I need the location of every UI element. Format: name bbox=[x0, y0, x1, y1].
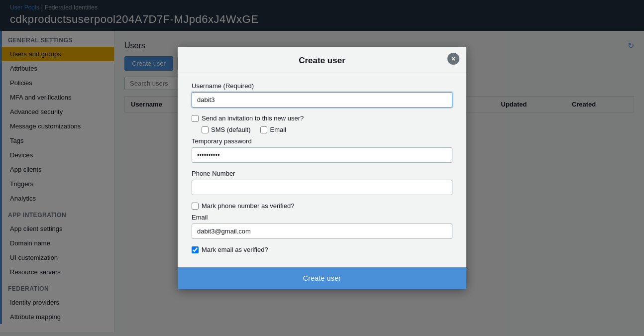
mark-email-verified-row: Mark email as verified? bbox=[192, 246, 452, 253]
modal-header: Create user × bbox=[178, 47, 466, 73]
sms-checkbox[interactable] bbox=[202, 126, 209, 133]
temp-password-input[interactable] bbox=[192, 147, 452, 163]
phone-number-label: Phone Number bbox=[192, 170, 452, 177]
mark-phone-verified-row: Mark phone number as verified? bbox=[192, 202, 452, 210]
modal-body: Username (Required) Send an invitation t… bbox=[178, 73, 466, 267]
modal-close-button[interactable]: × bbox=[447, 53, 459, 65]
username-input[interactable] bbox=[192, 92, 452, 108]
temp-password-label: Temporary password bbox=[192, 137, 452, 145]
phone-number-input[interactable] bbox=[192, 180, 452, 195]
mark-email-verified-checkbox[interactable] bbox=[192, 246, 199, 253]
mark-phone-verified-checkbox[interactable] bbox=[192, 203, 199, 210]
email-invite-checkbox[interactable] bbox=[260, 126, 267, 133]
sms-label: SMS (default) bbox=[211, 126, 250, 133]
email-field-label: Email bbox=[192, 214, 452, 221]
username-label: Username (Required) bbox=[192, 82, 452, 90]
modal-title: Create user bbox=[299, 56, 345, 65]
phone-number-field-group: Phone Number bbox=[192, 170, 452, 195]
mark-phone-verified-label: Mark phone number as verified? bbox=[202, 202, 294, 210]
email-field-group: Email bbox=[192, 214, 452, 239]
mark-email-verified-label: Mark email as verified? bbox=[202, 246, 268, 253]
modal-footer: Create user bbox=[178, 267, 466, 289]
create-user-submit-button[interactable]: Create user bbox=[178, 267, 466, 289]
send-invitation-label: Send an invitation to this new user? bbox=[202, 114, 304, 122]
modal-overlay: Create user × Username (Required) Send a… bbox=[0, 0, 644, 336]
username-field-group: Username (Required) bbox=[192, 82, 452, 108]
invite-method-options: SMS (default) Email bbox=[202, 126, 452, 133]
email-invite-label: Email bbox=[270, 126, 286, 133]
email-input[interactable] bbox=[192, 224, 452, 239]
send-invitation-row: Send an invitation to this new user? bbox=[192, 114, 452, 122]
send-invitation-checkbox[interactable] bbox=[192, 115, 199, 122]
email-option: Email bbox=[260, 126, 286, 133]
create-user-modal: Create user × Username (Required) Send a… bbox=[178, 47, 466, 289]
sms-option: SMS (default) bbox=[202, 126, 250, 133]
temp-password-field-group: Temporary password bbox=[192, 137, 452, 163]
